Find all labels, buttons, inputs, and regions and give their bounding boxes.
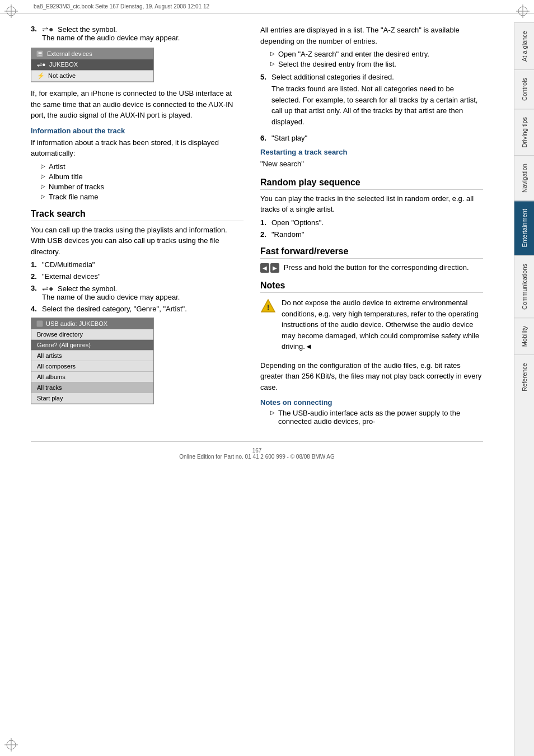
bullet-usb-power: The USB-audio interface acts as the powe… bbox=[266, 409, 483, 426]
sidebar-tab-mobility[interactable]: Mobility bbox=[514, 318, 534, 354]
corner-crosshair-tl bbox=[4, 4, 18, 18]
random-step-2: 2. "Random" bbox=[260, 230, 483, 239]
usb-row-browse: Browse directory bbox=[31, 329, 153, 340]
notes-on-connecting-text: The USB-audio interface acts as the powe… bbox=[278, 409, 483, 426]
edition-text: Online Edition for Part no. 01 41 2 600 … bbox=[179, 454, 335, 460]
notes-heading: Notes bbox=[260, 281, 483, 293]
ts-step-3-num: 3. bbox=[31, 284, 42, 292]
sidebar-tab-navigation[interactable]: Navigation bbox=[514, 155, 534, 200]
top-bullets: Open "A-Z search" and enter the desired … bbox=[266, 50, 483, 68]
random-intro: You can play the tracks in the selected … bbox=[260, 193, 483, 215]
bullet-az-search: Open "A-Z search" and enter the desired … bbox=[266, 50, 483, 58]
step-3-top-content: ⇌● Select the symbol. The name of the au… bbox=[42, 25, 243, 42]
info-heading: Information about the track bbox=[31, 127, 243, 135]
ts-step-1: 1. "CD/Multimedia" bbox=[31, 260, 243, 269]
sidebar-tab-controls[interactable]: Controls bbox=[514, 69, 534, 109]
usb-screen-icon bbox=[36, 320, 44, 328]
usb-screen-title: USB audio: JUKEBOX bbox=[31, 318, 153, 329]
bullet-number-of-tracks: Number of tracks bbox=[36, 183, 243, 191]
content-area: 3. ⇌● Select the symbol. The name of the… bbox=[0, 13, 514, 488]
sidebar-tab-reference[interactable]: Reference bbox=[514, 354, 534, 399]
header-text: ba8_E9293M3_cic.book Seite 167 Dienstag,… bbox=[34, 3, 209, 10]
notes-body2: Depending on the configuration of the au… bbox=[260, 360, 483, 393]
svg-rect-14 bbox=[36, 320, 43, 327]
random-step-1-text: Open "Options". bbox=[271, 218, 483, 227]
step-5-body: The tracks found are listed. Not all cat… bbox=[271, 83, 483, 127]
fast-forward-text: ◀ ▶ Press and hold the button for the co… bbox=[260, 262, 483, 273]
ts-step-3-sub: The name of the audio device may appear. bbox=[42, 293, 180, 301]
usb-row-genre: Genre? (All genres) bbox=[31, 340, 153, 351]
external-devices-screen: ☰ External devices ⇌● JUKEBOX ⚡ Not acti… bbox=[31, 48, 154, 82]
restarting-text: "New search" bbox=[260, 158, 483, 170]
device-screen-icon: ☰ bbox=[36, 50, 44, 58]
step-5-content: Select additional categories if desired.… bbox=[271, 73, 483, 130]
usb-screen: USB audio: JUKEBOX Browse directory Genr… bbox=[31, 318, 154, 404]
left-column: 3. ⇌● Select the symbol. The name of the… bbox=[31, 25, 243, 430]
two-column-layout: 3. ⇌● Select the symbol. The name of the… bbox=[31, 25, 483, 430]
bullet-artist: Artist bbox=[36, 162, 243, 171]
warning-icon: ! bbox=[260, 298, 276, 314]
ffwd-forward-icon: ▶ bbox=[270, 263, 279, 273]
bullet-album-title: Album title bbox=[36, 172, 243, 181]
svg-text:!: ! bbox=[267, 303, 270, 312]
ts-step-4-text: Select the desired category, "Genre", "A… bbox=[42, 305, 243, 313]
step-5-num: 5. bbox=[260, 73, 271, 81]
random-step-2-text: "Random" bbox=[271, 230, 483, 239]
sidebar-tabs: At a glance Controls Driving tips Naviga… bbox=[514, 22, 534, 756]
corner-crosshair-tr bbox=[516, 4, 530, 18]
step-3-top-text: Select the symbol. bbox=[58, 25, 117, 34]
ts-step-3: 3. ⇌● Select the symbol. The name of the… bbox=[31, 284, 243, 301]
body-top-text: All entries are displayed in a list. The… bbox=[260, 25, 483, 46]
fast-forward-heading: Fast forward/reverse bbox=[260, 246, 483, 259]
usb-row-artists: All artists bbox=[31, 351, 153, 361]
arrow-symbol-ts3: ⇌● bbox=[42, 284, 55, 293]
notes-on-connecting-heading: Notes on connecting bbox=[260, 398, 483, 407]
ffwd-back-icon: ◀ bbox=[260, 263, 269, 273]
random-step-1: 1. Open "Options". bbox=[260, 218, 483, 227]
sidebar-tab-entertainment[interactable]: Entertainment bbox=[514, 200, 534, 255]
sidebar-tab-at-a-glance[interactable]: At a glance bbox=[514, 22, 534, 69]
step-3-top: 3. ⇌● Select the symbol. The name of the… bbox=[31, 25, 243, 42]
usb-row-tracks: All tracks bbox=[31, 382, 153, 393]
step-5-text: Select additional categories if desired. bbox=[271, 73, 394, 81]
sidebar-tab-communications[interactable]: Communications bbox=[514, 255, 534, 318]
step-3-top-num: 3. bbox=[31, 25, 42, 33]
random-step-2-num: 2. bbox=[260, 230, 271, 239]
step-6: 6. "Start play" bbox=[260, 134, 483, 142]
ffwd-icons: ◀ ▶ bbox=[260, 263, 279, 273]
info-intro: If information about a track has been st… bbox=[31, 137, 243, 159]
notes-box: ! Do not expose the audio device to extr… bbox=[260, 297, 483, 356]
svg-text:☰: ☰ bbox=[38, 52, 42, 57]
usb-row-composers: All composers bbox=[31, 361, 153, 372]
sidebar-tab-driving-tips[interactable]: Driving tips bbox=[514, 109, 534, 155]
body-text-iphone: If, for example, an iPhone is connected … bbox=[31, 88, 243, 121]
usb-row-start-play: Start play bbox=[31, 393, 153, 404]
ts-step-2-num: 2. bbox=[31, 272, 42, 281]
bullet-track-file-name: Track file name bbox=[36, 193, 243, 201]
random-heading: Random play sequence bbox=[260, 178, 483, 190]
corner-crosshair-bl bbox=[4, 738, 18, 752]
page-number: 167 bbox=[252, 447, 262, 454]
header-bar: ba8_E9293M3_cic.book Seite 167 Dienstag,… bbox=[0, 0, 534, 13]
page-footer: 167 Online Edition for Part no. 01 41 2 … bbox=[31, 441, 483, 471]
restarting-heading: Restarting a track search bbox=[260, 148, 483, 156]
ts-step-1-text: "CD/Multimedia" bbox=[42, 260, 243, 269]
random-step-1-num: 1. bbox=[260, 218, 271, 227]
device-screen-item-jukebox: ⇌● JUKEBOX bbox=[31, 59, 153, 71]
notes-body: Do not expose the audio device to extrem… bbox=[282, 297, 483, 352]
ts-step-2-text: "External devices" bbox=[42, 272, 243, 281]
ts-step-4-num: 4. bbox=[31, 305, 42, 313]
notes-on-connecting-list: The USB-audio interface acts as the powe… bbox=[266, 409, 483, 426]
step-6-text: "Start play" bbox=[271, 134, 483, 142]
ts-step-3-text: Select the symbol. bbox=[58, 284, 117, 293]
track-search-intro: You can call up the tracks using the pla… bbox=[31, 225, 243, 258]
ts-step-4: 4. Select the desired category, "Genre",… bbox=[31, 305, 243, 313]
info-bullet-list: Artist Album title Number of tracks Trac… bbox=[36, 162, 243, 201]
bullet-select-entry: Select the desired entry from the list. bbox=[266, 60, 483, 68]
ts-step-2: 2. "External devices" bbox=[31, 272, 243, 281]
fast-forward-body: Press and hold the button for the corres… bbox=[284, 263, 469, 272]
step-5: 5. Select additional categories if desir… bbox=[260, 73, 483, 130]
right-column: All entries are displayed in a list. The… bbox=[260, 25, 483, 430]
track-search-heading: Track search bbox=[31, 209, 243, 221]
device-screen-title: ☰ External devices bbox=[31, 48, 153, 59]
